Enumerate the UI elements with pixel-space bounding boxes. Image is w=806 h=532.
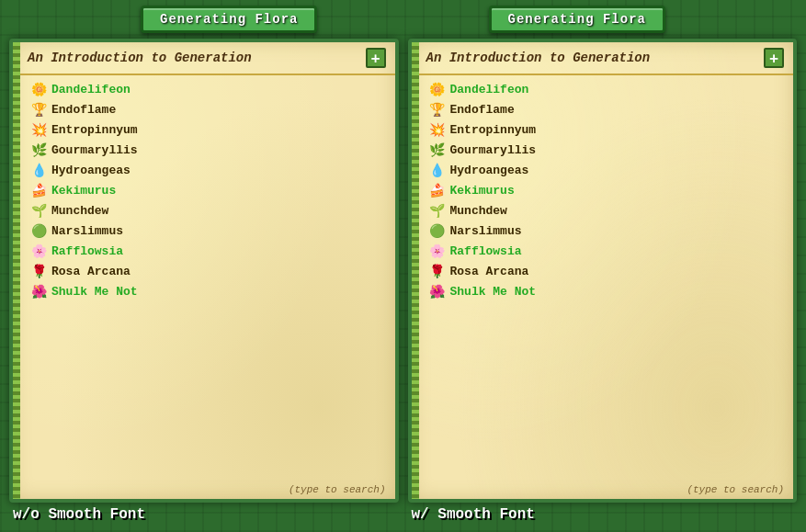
- list-item[interactable]: 🍰Kekimurus: [28, 180, 388, 200]
- narslimmus-icon: 🟢: [428, 221, 447, 240]
- rafflowsia-label: Rafflowsia: [51, 244, 123, 258]
- kekimurus-icon: 🍰: [29, 181, 48, 199]
- gourmaryllis-icon: 🌿: [29, 141, 48, 159]
- rosa-label: Rosa Arcana: [51, 265, 131, 278]
- list-item[interactable]: 🌹Rosa Arcana: [426, 261, 787, 281]
- gourmaryllis-icon: 🌿: [428, 141, 447, 159]
- list-item[interactable]: 🏆Endoflame: [28, 99, 388, 119]
- list-item[interactable]: 🟢Narslimmus: [28, 221, 388, 241]
- left-panel-header: An Introduction to Generation +: [13, 42, 395, 75]
- list-item[interactable]: 🌺Shulk Me Not: [28, 281, 388, 301]
- list-item[interactable]: 🌸Rafflowsia: [28, 241, 388, 261]
- right-plus-button[interactable]: +: [764, 48, 784, 68]
- endoflame-label: Endoflame: [51, 103, 116, 117]
- dandelifeon-label: Dandelifeon: [51, 83, 131, 96]
- list-item[interactable]: 🌸Rafflowsia: [426, 241, 787, 261]
- list-item[interactable]: 🌱Munchdew: [426, 200, 787, 221]
- rosa-label: Rosa Arcana: [450, 265, 529, 278]
- list-item[interactable]: 🟢Narslimmus: [426, 221, 787, 241]
- endoflame-icon: 🏆: [29, 100, 48, 119]
- dandelifeon-label: Dandelifeon: [450, 83, 529, 96]
- hydroangeas-label: Hydroangeas: [450, 164, 529, 177]
- list-item[interactable]: 🌺Shulk Me Not: [426, 281, 787, 301]
- list-item[interactable]: 💥Entropinnyum: [28, 119, 388, 140]
- rafflowsia-label: Rafflowsia: [450, 244, 522, 258]
- shulk-icon: 🌺: [428, 282, 447, 300]
- list-item[interactable]: 🌼Dandelifeon: [426, 79, 787, 99]
- gourmaryllis-label: Gourmaryllis: [51, 143, 138, 157]
- left-panel: An Introduction to Generation + 🌼Dandeli…: [9, 39, 399, 503]
- top-bar: Generating Flora Generating Flora: [0, 0, 806, 39]
- kekimurus-label: Kekimurus: [450, 184, 515, 198]
- hydroangeas-label: Hydroangeas: [51, 164, 131, 177]
- list-item[interactable]: 🌱Munchdew: [28, 200, 388, 221]
- narslimmus-label: Narslimmus: [51, 224, 123, 238]
- munchdew-icon: 🌱: [428, 201, 447, 220]
- rafflowsia-icon: 🌸: [428, 242, 447, 260]
- list-item[interactable]: 🌿Gourmaryllis: [426, 140, 787, 160]
- list-item[interactable]: 🍰Kekimurus: [426, 180, 787, 200]
- right-panel-title: An Introduction to Generation: [426, 51, 765, 65]
- rosa-icon: 🌹: [29, 262, 48, 280]
- list-item[interactable]: 💥Entropinnyum: [426, 119, 787, 140]
- gourmaryllis-label: Gourmaryllis: [450, 143, 537, 157]
- dandelifeon-icon: 🌼: [428, 80, 447, 98]
- munchdew-label: Munchdew: [450, 204, 507, 218]
- entropinnyum-icon: 💥: [29, 120, 48, 139]
- list-item[interactable]: 🌹Rosa Arcana: [28, 261, 388, 281]
- right-bottom-label: w/ Smooth Font: [408, 503, 798, 523]
- right-search-hint: (type to search): [412, 482, 794, 499]
- rafflowsia-icon: 🌸: [29, 242, 48, 260]
- hydroangeas-icon: 💧: [29, 161, 48, 179]
- entropinnyum-icon: 💥: [428, 120, 447, 139]
- narslimmus-label: Narslimmus: [450, 224, 522, 238]
- right-panel-wrapper: An Introduction to Generation + 🌼Dandeli…: [408, 39, 798, 523]
- shulk-icon: 🌺: [29, 282, 48, 300]
- narslimmus-icon: 🟢: [29, 221, 48, 240]
- endoflame-icon: 🏆: [428, 100, 447, 119]
- left-bottom-label: w/o Smooth Font: [9, 503, 399, 523]
- kekimurus-label: Kekimurus: [51, 184, 116, 198]
- left-tab[interactable]: Generating Flora: [141, 6, 317, 33]
- entropinnyum-label: Entropinnyum: [51, 123, 138, 137]
- list-item[interactable]: 💧Hydroangeas: [426, 160, 787, 180]
- endoflame-label: Endoflame: [450, 103, 515, 117]
- shulk-label: Shulk Me Not: [51, 285, 138, 299]
- left-item-list: 🌼Dandelifeon🏆Endoflame💥Entropinnyum🌿Gour…: [13, 75, 395, 482]
- entropinnyum-label: Entropinnyum: [450, 123, 537, 137]
- shulk-label: Shulk Me Not: [450, 285, 537, 299]
- right-tab[interactable]: Generating Flora: [489, 6, 665, 33]
- list-item[interactable]: 🏆Endoflame: [426, 99, 787, 119]
- munchdew-icon: 🌱: [29, 201, 48, 220]
- kekimurus-icon: 🍰: [428, 181, 447, 199]
- left-panel-wrapper: An Introduction to Generation + 🌼Dandeli…: [9, 39, 399, 523]
- list-item[interactable]: 🌿Gourmaryllis: [28, 140, 388, 160]
- left-search-hint: (type to search): [13, 482, 395, 499]
- rosa-icon: 🌹: [428, 262, 447, 280]
- list-item[interactable]: 🌼Dandelifeon: [28, 79, 388, 99]
- list-item[interactable]: 💧Hydroangeas: [28, 160, 388, 180]
- hydroangeas-icon: 💧: [428, 161, 447, 179]
- right-panel: An Introduction to Generation + 🌼Dandeli…: [408, 39, 798, 503]
- munchdew-label: Munchdew: [51, 204, 108, 218]
- left-plus-button[interactable]: +: [366, 48, 386, 68]
- dandelifeon-icon: 🌼: [29, 80, 48, 98]
- panels-container: An Introduction to Generation + 🌼Dandeli…: [0, 39, 806, 532]
- right-item-list: 🌼Dandelifeon🏆Endoflame💥Entropinnyum🌿Gour…: [412, 75, 794, 482]
- right-panel-header: An Introduction to Generation +: [412, 42, 794, 75]
- left-panel-title: An Introduction to Generation: [28, 51, 366, 65]
